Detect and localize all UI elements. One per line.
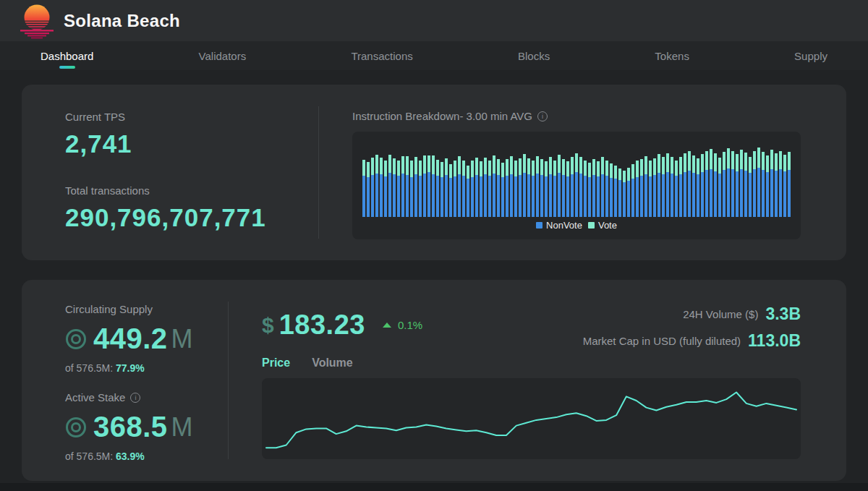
- stacked-bar: [371, 158, 374, 217]
- market-cap-value: 113.0B: [748, 331, 801, 351]
- stacked-bar: [527, 158, 530, 217]
- stacked-bar: [414, 157, 417, 217]
- stacked-bar: [770, 150, 773, 217]
- total-transactions-value: 290,796,707,771: [65, 203, 318, 232]
- current-tps-value: 2,741: [65, 129, 318, 158]
- stacked-bar: [493, 155, 495, 217]
- currency-symbol: $: [262, 313, 274, 338]
- stacked-bar: [627, 168, 630, 217]
- stacked-bar: [441, 162, 443, 217]
- stacked-bar: [536, 156, 539, 217]
- stacked-bar: [584, 161, 587, 217]
- nav-item-blocks[interactable]: Blocks: [518, 50, 550, 62]
- market-card: Circulating Supply 449.2 M of 576.5M: 77…: [22, 280, 846, 481]
- stacked-bar: [666, 153, 669, 217]
- stacked-bar: [558, 155, 561, 217]
- stacked-bar: [401, 156, 404, 217]
- info-icon[interactable]: i: [537, 111, 548, 121]
- stacked-bar: [597, 161, 600, 217]
- stacked-bar: [475, 158, 478, 217]
- stacked-bar: [692, 155, 695, 217]
- stacked-bar: [723, 152, 726, 217]
- stacked-bar: [514, 161, 517, 217]
- instruction-breakdown-section: Instruction Breakdown- 3.00 min AVG i No…: [319, 85, 846, 260]
- price-section: $ 183.23 0.1% 24H Volume ($) 3.3B Market…: [229, 280, 846, 481]
- price-value: 183.23: [279, 309, 365, 341]
- stacked-bar: [458, 156, 461, 217]
- stacked-bar: [545, 161, 548, 217]
- nav-item-dashboard[interactable]: Dashboard: [41, 50, 93, 62]
- active-stake-label: Active Stake: [65, 391, 125, 404]
- price-chart: [262, 378, 801, 459]
- stacked-bar: [406, 156, 409, 217]
- stacked-bar: [779, 151, 782, 217]
- stacked-bar: [506, 159, 509, 217]
- stacked-bar: [788, 152, 791, 217]
- nav-item-tokens[interactable]: Tokens: [655, 50, 689, 62]
- circulating-supply-value: 449.2: [93, 323, 168, 355]
- stacked-bar: [471, 161, 474, 217]
- nav-item-supply[interactable]: Supply: [794, 50, 827, 62]
- stacked-bar: [618, 168, 621, 217]
- tab-volume[interactable]: Volume: [312, 356, 353, 370]
- stacked-bar: [614, 166, 617, 217]
- stacked-bar: [510, 156, 513, 217]
- app-title: Solana Beach: [64, 11, 180, 31]
- nav-item-transactions[interactable]: Transactions: [351, 50, 412, 62]
- stacked-bar: [432, 155, 435, 217]
- stacked-bar: [410, 161, 413, 217]
- legend-swatch: [588, 222, 595, 229]
- legend-item-vote[interactable]: Vote: [588, 220, 617, 231]
- stacked-bar: [775, 153, 778, 217]
- stacked-bar: [501, 163, 504, 217]
- chart-tabs: PriceVolume: [262, 356, 801, 370]
- stacked-bar: [658, 154, 660, 217]
- info-icon[interactable]: i: [130, 393, 140, 403]
- stacked-bar: [653, 158, 656, 217]
- stacked-bar: [449, 164, 452, 217]
- main-nav: DashboardValidatorsTransactionsBlocksTok…: [0, 41, 868, 70]
- stacked-bar: [575, 153, 578, 217]
- stacked-bar: [736, 154, 739, 217]
- active-tab-underline: [59, 66, 75, 69]
- stacked-bar: [380, 158, 383, 217]
- stacked-bar: [362, 160, 365, 217]
- stacked-bar: [454, 161, 456, 217]
- stacked-bar: [753, 151, 756, 217]
- stacked-bar: [579, 157, 582, 217]
- stacked-bar: [714, 153, 717, 217]
- stacked-bar: [744, 153, 747, 217]
- stacked-bar: [566, 161, 569, 217]
- stacked-bar: [519, 158, 522, 217]
- stacked-bar: [731, 151, 734, 217]
- nav-item-validators[interactable]: Validators: [199, 50, 247, 62]
- sol-icon: [65, 328, 87, 350]
- stacked-bar: [571, 157, 574, 217]
- stats-card: Current TPS 2,741 Total transactions 290…: [22, 85, 846, 260]
- stacked-bar: [623, 171, 626, 217]
- stacked-bar: [636, 161, 639, 217]
- market-cap-label: Market Cap in USD (fully diluted): [583, 335, 741, 347]
- stacked-bar: [592, 159, 595, 217]
- chart-legend: NonVoteVote: [359, 217, 793, 234]
- stacked-bar: [675, 161, 678, 217]
- app-header: Solana Beach: [0, 0, 868, 41]
- stacked-bar: [562, 159, 565, 217]
- circulating-supply-label: Circulating Supply: [65, 303, 228, 315]
- stacked-bar: [705, 151, 708, 217]
- stacked-bar: [701, 154, 704, 217]
- volume-24h-label: 24H Volume ($): [683, 308, 758, 320]
- legend-item-nonvote[interactable]: NonVote: [536, 220, 582, 231]
- volume-24h-value: 3.3B: [765, 304, 801, 324]
- stacked-bar: [427, 155, 430, 217]
- current-tps-label: Current TPS: [65, 111, 318, 123]
- stacked-bar: [419, 161, 422, 217]
- stacked-bar: [710, 149, 712, 217]
- stacked-bar: [497, 159, 500, 217]
- stacked-bar: [605, 161, 608, 217]
- stacked-bar: [523, 154, 526, 217]
- stacked-bar: [644, 156, 647, 217]
- instruction-breakdown-title: Instruction Breakdown- 3.00 min AVG: [352, 110, 532, 122]
- tab-price[interactable]: Price: [262, 356, 290, 370]
- instruction-breakdown-chart: NonVoteVote: [352, 132, 801, 239]
